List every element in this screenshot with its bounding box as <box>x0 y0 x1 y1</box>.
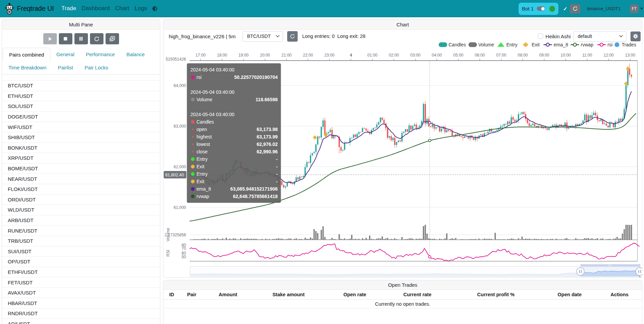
svg-text:02:00: 02:00 <box>389 53 399 58</box>
svg-text:Exit: Exit <box>197 179 204 184</box>
svg-text:rvwap: rvwap <box>581 42 594 47</box>
svg-text:Trades: Trades <box>622 42 636 47</box>
svg-text:61,802.40: 61,802.40 <box>165 173 184 177</box>
svg-text:22:00: 22:00 <box>303 53 313 58</box>
svg-text:-: - <box>276 171 278 177</box>
svg-text:06:00: 06:00 <box>475 53 485 58</box>
svg-text:09:00: 09:00 <box>539 53 549 58</box>
svg-text:07:00: 07:00 <box>496 53 506 58</box>
svg-text:close: close <box>197 149 208 154</box>
svg-text:rsi: rsi <box>607 42 613 47</box>
svg-text:12:00: 12:00 <box>603 53 614 58</box>
svg-text:03:00: 03:00 <box>410 53 420 58</box>
svg-text:21:00: 21:00 <box>281 53 292 58</box>
svg-text:-: - <box>276 179 278 184</box>
svg-text:Candles: Candles <box>197 119 214 125</box>
svg-text:515051426: 515051426 <box>166 57 186 62</box>
svg-text:ema_8: ema_8 <box>554 42 568 47</box>
svg-text:50.22577020190704: 50.22577020190704 <box>234 74 278 80</box>
svg-text:Candles: Candles <box>448 42 466 47</box>
svg-text:19:00: 19:00 <box>238 53 249 58</box>
svg-text:62,000: 62,000 <box>174 165 186 169</box>
svg-text:Entry: Entry <box>197 171 208 177</box>
svg-text:2024-05-04 03:40:00: 2024-05-04 03:40:00 <box>190 112 234 117</box>
svg-text:17:00: 17:00 <box>196 53 206 58</box>
svg-text:62,976.02: 62,976.02 <box>257 142 278 147</box>
svg-text:70: 70 <box>182 246 186 251</box>
svg-text:2024-05-04 03:40:00: 2024-05-04 03:40:00 <box>190 89 234 95</box>
svg-text:23:00: 23:00 <box>324 53 335 58</box>
svg-text:highest: highest <box>197 134 212 139</box>
svg-text:20:00: 20:00 <box>260 53 270 58</box>
svg-text:01:00: 01:00 <box>367 53 377 58</box>
svg-text:63,173.98: 63,173.98 <box>257 127 278 132</box>
svg-text:05:00: 05:00 <box>453 53 463 58</box>
svg-text:63,085.948152171906: 63,085.948152171906 <box>230 186 278 192</box>
svg-text:62,648.75785661418: 62,648.75785661418 <box>233 194 278 199</box>
svg-text:118.66598: 118.66598 <box>256 97 278 102</box>
svg-text:rvwap: rvwap <box>197 194 209 199</box>
svg-text:-: - <box>276 156 278 162</box>
svg-text:ema_8: ema_8 <box>197 186 211 192</box>
svg-text:50: 50 <box>182 255 186 259</box>
svg-text:RSI: RSI <box>166 250 170 257</box>
svg-text:63,000: 63,000 <box>174 124 186 129</box>
svg-text:open: open <box>197 127 207 132</box>
svg-text:08:00: 08:00 <box>518 53 528 58</box>
svg-text:10:00: 10:00 <box>560 53 571 58</box>
svg-text:-: - <box>276 164 278 169</box>
svg-text:18:00: 18:00 <box>217 53 227 58</box>
svg-text:4: 4 <box>350 53 352 58</box>
svg-text:63,173.99: 63,173.99 <box>257 134 278 139</box>
svg-text:13:00: 13:00 <box>625 53 635 58</box>
svg-text:Volume: Volume <box>197 97 212 102</box>
svg-text:Exit: Exit <box>197 164 204 169</box>
svg-text:lowest: lowest <box>197 142 210 147</box>
svg-text:64,000: 64,000 <box>174 83 186 88</box>
svg-text:2024-05-04 03:40:00: 2024-05-04 03:40:00 <box>190 67 234 72</box>
svg-text:61,000: 61,000 <box>174 205 186 210</box>
svg-text:Exit: Exit <box>532 42 539 47</box>
svg-text:rsi: rsi <box>197 74 202 80</box>
svg-text:Entry: Entry <box>197 156 208 162</box>
svg-text:Volume: Volume <box>478 42 494 47</box>
svg-text:04:00: 04:00 <box>432 53 442 58</box>
svg-text:Volume: Volume <box>166 228 170 241</box>
svg-text:62,990.96: 62,990.96 <box>257 149 278 154</box>
svg-text:Entry: Entry <box>506 42 518 47</box>
svg-text:11:00: 11:00 <box>582 53 592 58</box>
